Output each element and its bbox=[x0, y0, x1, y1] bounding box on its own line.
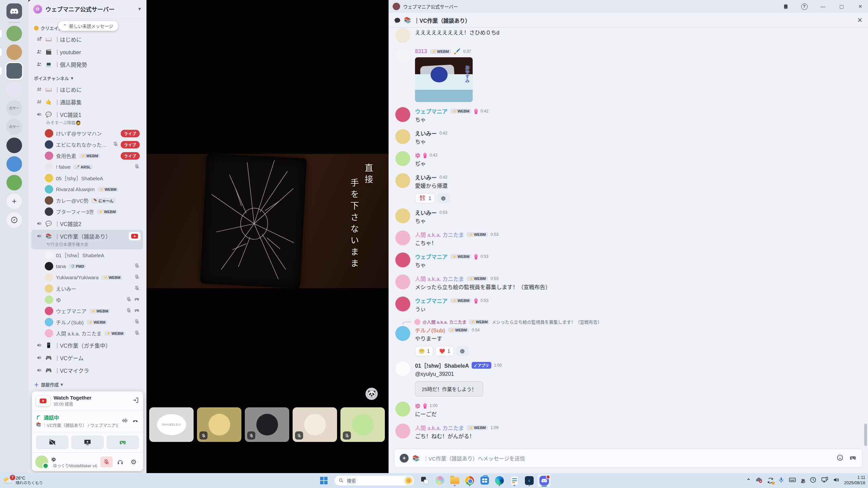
voice-participant[interactable]: エビになれなかったかに缶ライブ bbox=[30, 139, 144, 150]
message-username[interactable]: 人間 a.k.a. カニたま bbox=[415, 424, 464, 432]
server-icon[interactable] bbox=[6, 63, 22, 79]
start-button[interactable] bbox=[317, 474, 330, 487]
message-username[interactable]: 人間 a.k.a. カニたま bbox=[415, 274, 464, 283]
server-icon[interactable] bbox=[6, 156, 22, 172]
channel-item[interactable]: 📖｜はじめに bbox=[31, 33, 143, 45]
voice-participant[interactable]: Yukiwara/Yukiwara⚡WEBM bbox=[30, 272, 144, 283]
message[interactable]: えええええええええ！さひめ０ちd bbox=[389, 28, 868, 43]
channel-item[interactable]: 💻｜個人開発勢 bbox=[31, 58, 143, 70]
channel-row[interactable]: 🎮｜VCゲーム bbox=[31, 351, 143, 364]
voice-participant[interactable]: カレー@VC勢🪶にゃ〜ん bbox=[30, 195, 144, 206]
video-participant-tile[interactable] bbox=[293, 407, 337, 442]
gif-game-icon[interactable] bbox=[849, 454, 857, 463]
category-row[interactable]: ボイスチャンネル▾ bbox=[30, 70, 144, 83]
server-item[interactable]: のサー bbox=[0, 119, 28, 135]
create-room-row[interactable]: ＋部屋作成▾ bbox=[30, 377, 144, 390]
camera-button[interactable] bbox=[36, 435, 68, 449]
voice-participant[interactable]: tana🛡️PMD bbox=[30, 261, 144, 272]
server-icon[interactable] bbox=[6, 82, 22, 97]
task-view-button[interactable] bbox=[418, 474, 431, 487]
voice-participant[interactable]: Rivarzal Aluwqim⚡WEBM bbox=[30, 184, 144, 195]
reaction-pill[interactable]: ❤️1 bbox=[435, 346, 454, 356]
server-icon[interactable]: のサー bbox=[6, 100, 22, 116]
microsoft-store-button[interactable] bbox=[478, 474, 491, 487]
avatar[interactable] bbox=[395, 230, 410, 245]
video-participant-tile[interactable] bbox=[340, 407, 385, 442]
avatar[interactable] bbox=[395, 297, 410, 311]
server-item[interactable] bbox=[0, 175, 28, 190]
video-participant-tile[interactable] bbox=[245, 407, 289, 442]
weather-widget[interactable]: ⛅ 7 26°C 晴れのちくもり bbox=[3, 475, 43, 485]
video-participant-tile[interactable] bbox=[197, 407, 241, 442]
message[interactable]: 01［!shw］ShabeleA✓ アプリ1:00@xyulyu_3920125… bbox=[389, 361, 868, 396]
message-action-button[interactable]: 25時だ！作業をしよう！ bbox=[415, 381, 483, 396]
deafen-button[interactable] bbox=[114, 456, 126, 467]
message[interactable]: ウェブマニア⚡WEBM0:42ちゃ bbox=[389, 107, 868, 124]
message-username[interactable]: ゆ bbox=[415, 402, 420, 410]
video-player[interactable]: 直接 手を下さないまま bbox=[146, 154, 389, 288]
onedrive-icon[interactable] bbox=[755, 476, 763, 485]
server-item[interactable] bbox=[0, 138, 28, 153]
help-button[interactable]: ? bbox=[796, 0, 812, 13]
ime-indicator[interactable]: あ bbox=[801, 477, 805, 484]
message-username[interactable]: 8313 bbox=[415, 48, 427, 55]
message-username[interactable]: 人間 a.k.a. カニたま bbox=[415, 230, 464, 239]
video-participant-tile[interactable]: SHABELEA bbox=[149, 407, 194, 442]
channel-row[interactable]: 🎮｜VCマイクラ bbox=[31, 364, 143, 377]
maximize-button[interactable]: ▢ bbox=[834, 0, 849, 13]
avatar[interactable] bbox=[395, 107, 410, 122]
message[interactable]: 人間 a.k.a. カニたま⚡WEBM1:09ごち！ねむ！がんがる！ bbox=[389, 424, 868, 441]
avatar[interactable] bbox=[35, 455, 48, 468]
volume-icon[interactable] bbox=[833, 476, 840, 485]
avatar[interactable] bbox=[395, 402, 410, 416]
avatar[interactable] bbox=[395, 208, 410, 223]
channel-item[interactable]: 🤙｜通話募集 bbox=[31, 96, 143, 108]
message-username[interactable]: 01［!shw］ShabeleA bbox=[415, 361, 469, 369]
channel-row[interactable]: 💬｜VC雑談1 bbox=[31, 108, 143, 121]
message-username[interactable]: えいみー bbox=[415, 129, 437, 137]
mic-mute-button[interactable] bbox=[100, 456, 113, 467]
explore-servers-button[interactable] bbox=[6, 212, 22, 228]
window-titlebar[interactable]: ウェブマニア公式サーバー ? — ▢ ✕ bbox=[389, 0, 868, 13]
avatar[interactable] bbox=[395, 274, 410, 289]
reply-reference[interactable]: @人間 a.k.a. カニたま⚡WEBMメシったら立ち絵の監視員を募集します！（… bbox=[395, 319, 861, 325]
voice-participant[interactable]: チルノ(Sub)⚡WEBM bbox=[30, 317, 144, 328]
message[interactable]: ウェブマニア⚡WEBM0:53ちゃ bbox=[389, 252, 868, 269]
voice-participant[interactable]: 食用色素⚡WEBMライブ bbox=[30, 150, 144, 161]
server-icon[interactable]: のサー bbox=[6, 119, 22, 135]
notepad-button[interactable] bbox=[508, 474, 521, 487]
message[interactable]: えいみー0:42愛媛から帰還おかえり1 bbox=[389, 173, 868, 203]
message[interactable]: 人間 a.k.a. カニたま⚡WEBM0:53こちゃ！ bbox=[389, 230, 868, 247]
message[interactable]: 8313⚡WEBM🖌️0:37おやすみ bbox=[389, 48, 868, 102]
close-button[interactable]: ✕ bbox=[852, 0, 868, 13]
voice-participant[interactable]: ゆ bbox=[30, 294, 144, 305]
add-reaction-button[interactable] bbox=[456, 346, 469, 356]
minimize-button[interactable]: — bbox=[815, 0, 831, 13]
message-username[interactable]: えいみー bbox=[415, 173, 437, 181]
server-item[interactable] bbox=[0, 44, 28, 60]
server-item[interactable] bbox=[0, 63, 28, 79]
server-item[interactable]: のサー bbox=[0, 100, 28, 116]
server-item[interactable] bbox=[0, 82, 28, 97]
soundboard-icon[interactable] bbox=[121, 417, 128, 425]
server-header[interactable]: ✿ ウェブマニア公式サーバー ▼ bbox=[28, 0, 146, 18]
channel-item[interactable]: 💬｜VC雑談2 bbox=[31, 217, 143, 230]
channel-row[interactable]: 📖｜はじめに bbox=[31, 83, 143, 96]
microphone-icon[interactable] bbox=[778, 477, 784, 484]
touch-keyboard-icon[interactable] bbox=[789, 476, 796, 485]
hidden-icons-button[interactable]: ⌃ bbox=[746, 477, 751, 484]
discord-home-button[interactable] bbox=[6, 3, 22, 19]
message[interactable]: えいみー0:42ちゃ bbox=[389, 129, 868, 146]
server-icon[interactable] bbox=[6, 138, 22, 153]
message[interactable]: えいみー0:53ちゃ bbox=[389, 208, 868, 225]
voice-participant[interactable]: 01［!shw］ShabeleA bbox=[30, 249, 144, 261]
cast-display-icon[interactable] bbox=[821, 476, 828, 485]
reaction-pill[interactable]: 😁1 bbox=[415, 346, 433, 356]
avatar[interactable] bbox=[395, 48, 410, 63]
message-username[interactable]: えいみー bbox=[415, 208, 437, 217]
search-box[interactable]: 検索 🌼 bbox=[334, 475, 415, 486]
emoji-picker-icon[interactable] bbox=[836, 454, 844, 463]
screenshare-button[interactable] bbox=[71, 435, 104, 449]
avatar[interactable] bbox=[395, 361, 410, 376]
channel-row[interactable]: 🤙｜通話募集 bbox=[31, 96, 143, 108]
